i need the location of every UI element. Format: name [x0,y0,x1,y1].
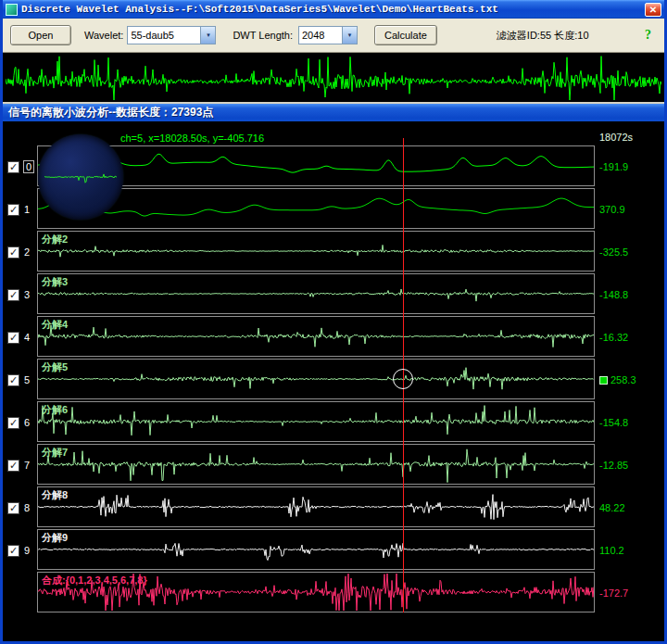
app-window: Discrete Wavelet Analysis--F:\Soft2015\D… [0,0,667,644]
row-index-label-7: 7 [23,460,31,471]
row-value-5: 258.3 [610,374,636,385]
row-checkbox-4[interactable]: ✓ [7,332,19,344]
value-cell-5: 258.3 [597,359,664,401]
plot-row-label-6: 分解6 [42,403,68,417]
plot-row-6[interactable]: 分解6 [37,401,595,442]
row-value-8: 48.22 [599,502,625,513]
row-value-0: -191.9 [599,161,628,172]
app-icon [6,4,18,16]
plot-row-label-3: 分解3 [42,275,68,289]
wavelet-select[interactable]: 55-daub5 ▼ [127,26,216,44]
window-title: Discrete Wavelet Analysis--F:\Soft2015\D… [21,4,641,15]
row-index-label-1: 1 [23,204,31,215]
chevron-down-icon[interactable]: ▼ [342,27,357,44]
value-cell-7: -12.85 [597,444,664,486]
cursor-circle [393,369,413,389]
row-value-1: 370.9 [599,204,625,215]
value-cell-c: -172.7 [597,572,664,614]
chevron-down-icon[interactable]: ▼ [200,27,215,44]
close-button[interactable]: ✕ [645,3,661,17]
row-checkbox-7[interactable]: ✓ [7,460,19,472]
plot-row-label-4: 分解4 [42,318,68,332]
check-cell-0: ✓0 [3,145,37,188]
check-cell-c [3,572,37,614]
value-cell-0: -191.9 [597,145,664,188]
plot-row-8[interactable]: 分解8 [37,486,595,527]
title-bar: Discrete Wavelet Analysis--F:\Soft2015\D… [3,0,664,19]
row-value-7: -12.85 [599,460,628,471]
help-icon[interactable]: ? [645,28,651,43]
check-cell-2: ✓2 [3,231,37,273]
row-checkbox-3[interactable]: ✓ [7,289,19,301]
dwt-length-select-value: 2048 [299,30,342,41]
row-index-label-0: 0 [23,160,34,173]
row-index-label-3: 3 [23,289,31,300]
value-cell-3: -148.8 [597,273,664,316]
check-cell-9: ✓9 [3,529,37,572]
plot-row-5[interactable]: 分解5 [37,359,595,399]
signal-overview-strip[interactable] [3,52,664,102]
row-checkbox-5[interactable]: ✓ [7,374,19,386]
row-checkbox-0[interactable]: ✓ [7,161,19,173]
row-index-label-4: 4 [23,332,31,343]
row-value-9: 110.2 [599,545,624,556]
plot-row-3[interactable]: 分解3 [37,273,595,314]
magnifier-lens[interactable] [38,134,123,220]
row-checkbox-1[interactable]: ✓ [7,204,19,216]
wavelet-label: Wavelet: [84,30,123,41]
plot-row-7[interactable]: 分解7 [37,444,595,485]
row-value-3: -148.8 [599,289,628,300]
dwt-length-label: DWT Length: [233,30,293,41]
plot-row-label-9: 分解9 [42,531,68,545]
row-checkbox-8[interactable]: ✓ [7,502,19,514]
row-checkbox-6[interactable]: ✓ [7,417,19,429]
dwt-length-select[interactable]: 2048 ▼ [298,26,358,44]
cursor-readout: ch=5, x=18028.50s, y=-405.716 [120,133,264,144]
plot-row-c[interactable]: 合成:{0,1,2,3,4,5,6,7,8} [37,572,595,612]
row-checkbox-column: ✓0✓1✓2✓3✓4✓5✓6✓7✓8✓9 [3,121,37,641]
row-checkbox-2[interactable]: ✓ [7,246,19,259]
check-cell-4: ✓4 [3,316,37,359]
row-index-label-2: 2 [23,246,31,258]
row-index-label-8: 8 [23,502,31,513]
selected-row-marker [599,376,608,385]
check-cell-8: ✓8 [3,486,37,529]
plot-row-label-2: 分解2 [42,233,68,246]
row-checkbox-9[interactable]: ✓ [7,545,19,557]
value-cell-9: 110.2 [597,529,664,572]
plot-rows: 分解2分解3分解4分解5分解6分解7分解8分解9合成:{0,1,2,3,4,5,… [37,145,595,612]
calculate-button[interactable]: Calculate [374,25,437,45]
check-cell-1: ✓1 [3,188,37,231]
plot-row-9[interactable]: 分解9 [37,529,595,570]
check-cell-6: ✓6 [3,401,37,444]
check-cell-5: ✓5 [3,359,37,401]
plot-row-4[interactable]: 分解4 [37,316,595,357]
check-cell-7: ✓7 [3,444,37,486]
plot-area: ch=5, x=18028.50s, y=-405.716 分解2分解3分解4分… [37,121,597,641]
row-index-label-9: 9 [23,545,31,556]
check-cell-3: ✓3 [3,273,37,316]
row-values: -191.9370.9-325.5-148.8-16.32258.3-154.8… [597,145,664,614]
wavelet-select-value: 55-daub5 [128,30,200,41]
toolbar: Open Wavelet: 55-daub5 ▼ DWT Length: 204… [3,19,664,52]
filter-info-text: 滤波器ID:55 长度:10 [497,29,589,43]
row-value-2: -325.5 [599,246,628,258]
open-button[interactable]: Open [10,25,71,45]
value-cell-2: -325.5 [597,231,664,273]
value-cell-1: 370.9 [597,188,664,231]
row-value-6: -154.8 [599,417,628,428]
plot-row-1[interactable] [37,188,595,229]
value-column: 18072s -191.9370.9-325.5-148.8-16.32258.… [597,121,664,641]
analysis-area: ✓0✓1✓2✓3✓4✓5✓6✓7✓8✓9 ch=5, x=18028.50s, … [3,121,664,641]
analysis-subtitle-bar: 信号的离散小波分析--数据长度：27393点 [3,104,664,121]
plot-row-2[interactable]: 分解2 [37,231,595,271]
plot-row-label-5: 分解5 [42,360,68,374]
plot-row-label-8: 分解8 [42,488,68,502]
plot-row-label-7: 分解7 [42,446,68,460]
row-index-label-6: 6 [23,417,31,428]
row-index-label-5: 5 [23,374,31,385]
value-cell-4: -16.32 [597,316,664,359]
value-cell-8: 48.22 [597,486,664,529]
plot-row-label-c: 合成:{0,1,2,3,4,5,6,7,8} [42,574,147,587]
row-value-4: -16.32 [599,332,628,343]
